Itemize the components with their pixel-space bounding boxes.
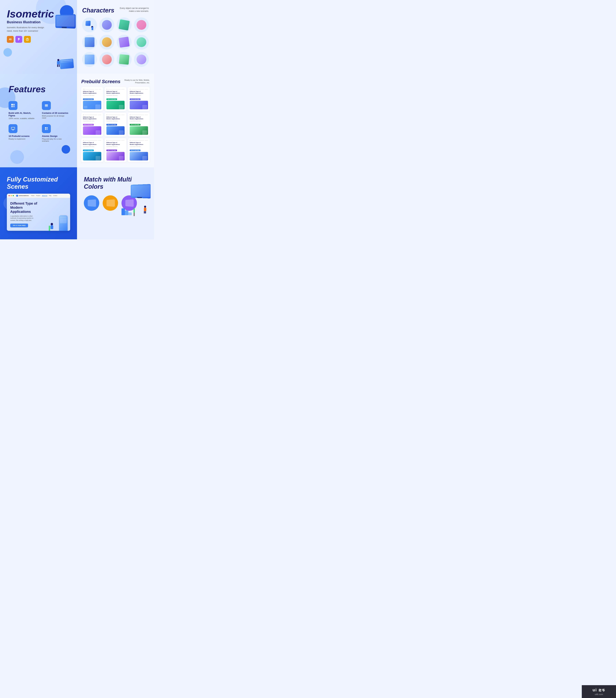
sc7-btn[interactable]: TRY IT FOR FREE: [83, 150, 94, 151]
sc6-header: [130, 114, 148, 115]
layers-icon: [44, 103, 49, 108]
characters-panel: Characters Every object can be arranged …: [77, 0, 154, 74]
screen-card-6: Different Type ofModern Applications A q…: [128, 113, 150, 137]
hero-panel: Isometric Business Illustration Isometri…: [0, 0, 77, 74]
feature-4-name: Atomic Design: [42, 135, 68, 137]
sc6-title: Different Type ofModern Applications: [130, 116, 148, 120]
svg-rect-17: [12, 130, 14, 130]
sc9-btn[interactable]: TRY IT FOR FREE: [130, 150, 140, 151]
svg-rect-10: [13, 106, 15, 107]
custom-panel: Fully Customized Scenes omnicreativora H…: [0, 167, 77, 239]
sc6-img: [130, 126, 148, 135]
mini-cta-button[interactable]: TRY IT FOR FREE: [10, 224, 28, 227]
browser-bar: omnicreativora Home Product About Us FAQ…: [7, 194, 70, 198]
browser-dot-yellow: [11, 195, 12, 196]
sc2-img: [107, 101, 125, 109]
sc7-img: [83, 152, 101, 160]
char-7: [117, 35, 131, 50]
screen-card-1: Different Type ofModern Applications A q…: [81, 87, 103, 111]
svg-rect-1: [19, 38, 20, 39]
svg-rect-19: [46, 127, 48, 128]
sc9-title: Different Type ofModern Applications: [130, 142, 148, 145]
color-bubble-yellow: [103, 195, 118, 211]
sc1-title: Different Type ofModern Applications: [83, 91, 101, 94]
browser-logo-text: omnicreativora: [19, 195, 29, 196]
characters-title: Characters: [82, 7, 114, 14]
hero-subtitle: Business Illustration: [7, 20, 70, 24]
feature-2-icon-box: [42, 101, 51, 110]
char-9: [82, 52, 97, 67]
feature-1-name: Build with AI, Sketch, Figma: [9, 112, 35, 117]
hero-tool-icons: Ai: [7, 36, 70, 43]
mini-hero-title: Different Type of Modern Applications: [10, 201, 41, 214]
feature-2-sub: Multi purpose for all design need: [42, 115, 68, 119]
sc3-btn[interactable]: TRY IT FOR FREE: [130, 98, 140, 100]
screen-card-7: Different Type ofModern Applications A q…: [81, 138, 103, 162]
top-section: Isometric Business Illustration Isometri…: [0, 0, 154, 74]
prebuild-title: Prebuild Screens: [81, 79, 121, 84]
sc3-title: Different Type ofModern Applications: [130, 91, 148, 94]
feature-4-sub: Plug and play for a new scenario: [42, 138, 68, 142]
blob-3: [61, 145, 70, 154]
feature-4: Atomic Design Plug and play for a new sc…: [42, 124, 68, 142]
svg-rect-8: [13, 104, 15, 106]
figma-svg: [17, 38, 20, 41]
sc6-btn[interactable]: TRY IT FOR FREE: [130, 124, 140, 126]
feature-1-sub: 100% vector, scalable, editable: [9, 117, 35, 120]
sc8-img: [107, 152, 125, 160]
sc8-btn[interactable]: TRY IT FOR FREE: [107, 150, 117, 151]
features-panel: Features Build with AI, Sketch, Figma 10…: [0, 74, 77, 167]
feature-3-sub: Ready to implement: [9, 138, 35, 140]
sc8-title: Different Type ofModern Applications: [107, 142, 125, 145]
sc4-text: A quantitative alternative...: [83, 121, 101, 122]
feature-2: Contains of 20 scenarios Multi purpose f…: [42, 101, 68, 120]
svg-rect-2: [18, 39, 19, 40]
nav-about[interactable]: About Us: [42, 195, 47, 196]
sc2-header: [107, 89, 125, 90]
sc4-img: [83, 126, 101, 135]
sc5-header: [107, 114, 125, 115]
build-icon: [11, 103, 15, 108]
browser-dot-green: [13, 195, 14, 196]
sc7-title: Different Type ofModern Applications: [83, 142, 101, 145]
char-5: [82, 35, 97, 50]
sc7-text: A quantitative alternative...: [83, 146, 101, 148]
browser-dot-red: [9, 195, 10, 196]
feature-2-name: Contains of 20 scenarios: [42, 112, 68, 114]
screen-card-4: Different Type ofModern Applications A q…: [81, 113, 103, 137]
middle-section: Features Build with AI, Sketch, Figma 10…: [0, 74, 154, 167]
sc2-btn[interactable]: TRY IT FOR FREE: [107, 98, 117, 100]
sc1-btn[interactable]: TRY IT FOR FREE: [83, 98, 94, 100]
iso-person-1: [144, 206, 146, 213]
ai-icon-badge: Ai: [7, 36, 14, 43]
char-4: [134, 17, 149, 32]
sc5-img: [107, 126, 125, 135]
char-10: [99, 52, 114, 67]
sc8-header: [107, 140, 125, 141]
browser-mockup: omnicreativora Home Product About Us FAQ…: [7, 194, 70, 231]
feature-1-icon-box: [9, 101, 17, 110]
svg-point-4: [19, 39, 20, 40]
deco-circle-3: [3, 48, 12, 57]
sc5-text: A quantitative alternative...: [107, 121, 125, 122]
characters-header: Characters Every object can be arranged …: [82, 7, 149, 14]
char-11: [117, 52, 131, 67]
color-bubble-blue: [84, 195, 99, 211]
match-colors-panel: Match with Multi Colors: [77, 167, 154, 239]
nav-contact: Contact: [53, 195, 57, 196]
sc4-btn[interactable]: TRY IT FOR FREE: [83, 124, 94, 126]
sc2-title: Different Type ofModern Applications: [107, 91, 125, 94]
features-grid: Build with AI, Sketch, Figma 100% vector…: [9, 101, 68, 142]
char-8: [134, 35, 149, 50]
sc5-btn[interactable]: TRY IT FOR FREE: [107, 124, 117, 126]
char-1: [82, 17, 97, 32]
feature-1: Build with AI, Sketch, Figma 100% vector…: [9, 101, 35, 120]
prebuild-panel: Prebuild Screens Ready to use for Web, M…: [77, 74, 154, 167]
nav-product: Product: [36, 195, 40, 196]
svg-rect-7: [11, 104, 13, 106]
custom-title: Fully Customized Scenes: [7, 176, 70, 190]
svg-rect-11: [45, 104, 48, 105]
feature-3-name: 10 Prebuild screens: [9, 135, 35, 137]
iso-screen-2: [59, 59, 74, 69]
screen-card-2: Different Type ofModern Applications A q…: [105, 87, 126, 111]
